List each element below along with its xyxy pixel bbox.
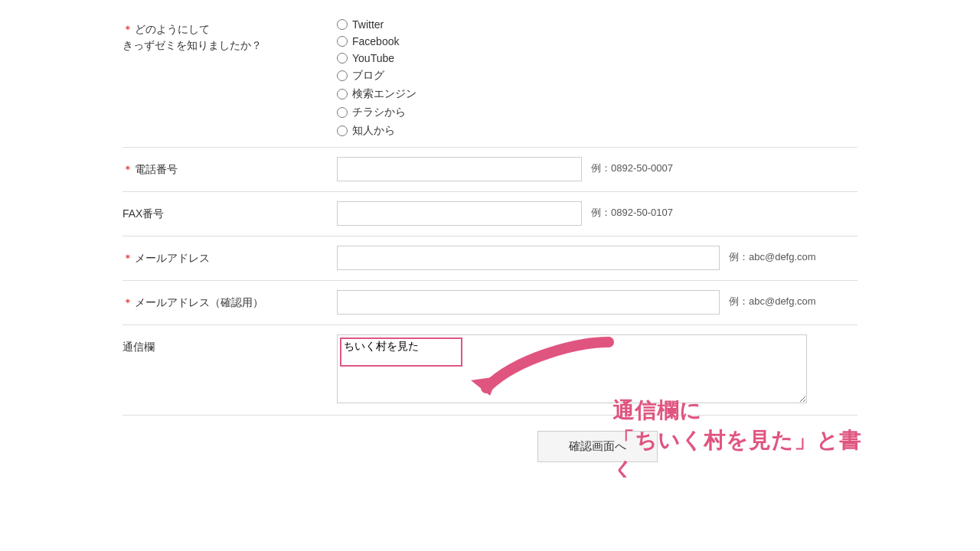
radio-facebook-label: Facebook [352,35,399,47]
email-row: ＊メールアドレス 例：abc@defg.com [122,236,858,281]
radio-facebook[interactable]: Facebook [337,35,416,47]
radio-acquaintance-input[interactable] [337,126,348,136]
email-confirm-row: ＊メールアドレス（確認用） 例：abc@defg.com [122,281,858,325]
email-confirm-hint: 例：abc@defg.com [729,290,816,308]
radio-blog-label: ブログ [352,69,384,83]
notes-row: 通信欄 ちいく村を見た 通信欄に 「ちいく村を見た」と書く [122,325,858,416]
radio-search-input[interactable] [337,89,348,99]
radio-search[interactable]: 検索エンジン [337,87,416,101]
form-container: ＊どのようにして きっずゼミを知りましたか？ Twitter Facebook … [107,0,873,478]
radio-flyer-input[interactable] [337,107,348,118]
radio-blog[interactable]: ブログ [337,69,416,83]
how-found-row: ＊どのようにして きっずゼミを知りましたか？ Twitter Facebook … [122,8,858,148]
radio-flyer[interactable]: チラシから [337,106,416,119]
radio-search-label: 検索エンジン [352,87,416,101]
phone-field: 例：0892-50-0007 [337,157,858,181]
radio-group: Twitter Facebook YouTube ブログ 検索エンジン [337,17,416,138]
annotation-text: 通信欄に 「ちいく村を見た」と書く [612,396,880,478]
required-star: ＊ [122,23,133,35]
how-found-label: ＊どのようにして きっずゼミを知りましたか？ [122,17,337,58]
notes-textarea[interactable]: ちいく村を見た [337,334,807,403]
phone-label: ＊電話番号 [122,157,337,182]
radio-acquaintance-label: 知人から [352,124,395,138]
radio-twitter[interactable]: Twitter [337,18,416,31]
notes-field: ちいく村を見た 通信欄に 「ちいく村を見た」と書く [337,334,858,406]
fax-row: FAX番号 例：0892-50-0107 [122,192,858,236]
notes-label: 通信欄 [122,334,337,360]
email-hint: 例：abc@defg.com [729,246,816,264]
email-confirm-label: ＊メールアドレス（確認用） [122,290,337,315]
phone-hint: 例：0892-50-0007 [591,157,673,175]
radio-twitter-input[interactable] [337,19,348,30]
fax-input[interactable] [337,201,582,226]
phone-row: ＊電話番号 例：0892-50-0007 [122,148,858,192]
email-confirm-field: 例：abc@defg.com [337,290,858,315]
radio-twitter-label: Twitter [352,18,384,31]
fax-hint: 例：0892-50-0107 [591,201,673,220]
email-confirm-input[interactable] [337,290,720,315]
radio-facebook-input[interactable] [337,36,348,47]
radio-youtube-input[interactable] [337,53,348,64]
email-label: ＊メールアドレス [122,246,337,271]
annotation-line2: 「ちいく村を見た」と書く [612,425,880,478]
annotation-line1: 通信欄に [612,396,880,425]
phone-input[interactable] [337,157,582,181]
radio-acquaintance[interactable]: 知人から [337,124,416,138]
email-input[interactable] [337,246,720,270]
radio-youtube-label: YouTube [352,52,394,64]
radio-youtube[interactable]: YouTube [337,52,416,64]
radio-flyer-label: チラシから [352,106,406,119]
email-field: 例：abc@defg.com [337,246,858,270]
how-found-field: Twitter Facebook YouTube ブログ 検索エンジン [337,17,858,138]
fax-label: FAX番号 [122,201,337,227]
radio-blog-input[interactable] [337,70,348,81]
fax-field: 例：0892-50-0107 [337,201,858,226]
